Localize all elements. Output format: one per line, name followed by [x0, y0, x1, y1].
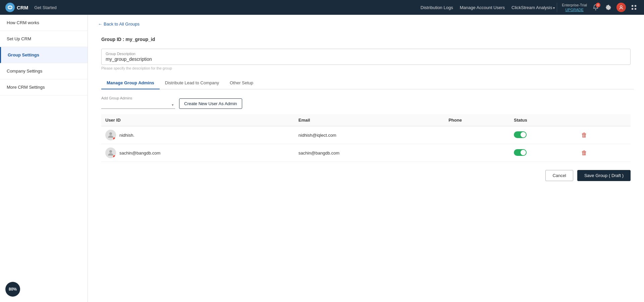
status-dot-0: [113, 137, 116, 140]
col-user-id: User ID: [101, 114, 294, 126]
col-email: Email: [294, 114, 444, 126]
cell-phone-1: [444, 144, 510, 162]
description-input[interactable]: [106, 56, 626, 62]
cell-phone-0: [444, 126, 510, 144]
topnav-icons: 0: [591, 3, 639, 12]
toggle-status-1[interactable]: [514, 149, 527, 156]
svg-point-8: [109, 132, 112, 135]
clickstream-analysis-link[interactable]: ClickStream Analysis: [512, 5, 555, 10]
cell-status-1: [510, 144, 575, 162]
cell-user-id-1: sachin@bangdb.com: [101, 144, 294, 162]
sidebar-item-group-settings[interactable]: Group Settings: [0, 47, 88, 63]
svg-rect-5: [635, 5, 636, 7]
description-hint: Please specify the description for the g…: [101, 66, 634, 70]
create-admin-button[interactable]: Create New User As Admin: [179, 98, 242, 109]
toggle-knob-1: [521, 150, 526, 155]
cell-delete-0: 🗑: [575, 126, 631, 144]
toggle-status-0[interactable]: [514, 131, 527, 138]
distribution-logs-link[interactable]: Distribution Logs: [421, 5, 453, 10]
group-id-value: my_group_id: [125, 37, 155, 42]
group-id-row: Group ID : my_group_id: [101, 37, 634, 42]
description-field-group: Group Description: [101, 49, 631, 65]
svg-point-3: [620, 6, 622, 8]
logo[interactable]: CRM: [5, 3, 28, 12]
manage-account-users-link[interactable]: Manage Account Users: [460, 5, 505, 10]
user-avatar-0: [105, 130, 116, 140]
actions-row: Cancel Save Group ( Draft ): [98, 170, 631, 181]
back-arrow-icon: ←: [98, 21, 102, 27]
col-actions: [575, 114, 631, 126]
svg-point-9: [109, 150, 112, 153]
user-avatar[interactable]: [616, 3, 626, 12]
admins-table: User ID Email Phone Status nidhish.: [101, 114, 631, 162]
add-admins-select[interactable]: [101, 101, 175, 109]
upgrade-link[interactable]: UPGRADE: [565, 8, 583, 12]
cell-email-0: nidhish@iqlect.com: [294, 126, 444, 144]
table-header: User ID Email Phone Status: [101, 114, 631, 126]
cell-status-0: [510, 126, 575, 144]
description-label: Group Description: [106, 52, 626, 56]
delete-btn-1[interactable]: 🗑: [579, 149, 589, 157]
tab-manage-group-admins[interactable]: Manage Group Admins: [101, 77, 160, 89]
col-status: Status: [510, 114, 575, 126]
toggle-knob-0: [521, 132, 526, 137]
svg-rect-6: [632, 8, 633, 10]
user-avatar-1: [105, 147, 116, 158]
trial-info: Enterprise-Trial UPGRADE: [557, 3, 587, 12]
sidebar: How CRM works Set Up CRM Group Settings …: [0, 15, 88, 302]
get-started-link[interactable]: Get Started: [34, 5, 56, 10]
cell-email-1: sachin@bangdb.com: [294, 144, 444, 162]
add-admins-label: Add Group Admins: [101, 96, 175, 100]
svg-rect-4: [632, 5, 633, 7]
settings-icon-btn[interactable]: [604, 3, 613, 12]
back-link[interactable]: ← Back to All Groups: [98, 21, 140, 27]
table-body: nidhish. nidhish@iqlect.com 🗑: [101, 126, 631, 162]
progress-indicator[interactable]: 80%: [5, 282, 20, 297]
notification-badge: 0: [596, 3, 600, 7]
status-dot-1: [113, 155, 116, 158]
add-admins-select-wrap: Add Group Admins ▾: [101, 96, 175, 109]
tab-distribute-lead[interactable]: Distribute Lead to Company: [160, 77, 224, 89]
sidebar-item-more-crm-settings[interactable]: More CRM Settings: [0, 79, 88, 95]
save-button[interactable]: Save Group ( Draft ): [577, 170, 631, 181]
delete-btn-0[interactable]: 🗑: [579, 131, 589, 139]
tabs-container: Manage Group Admins Distribute Lead to C…: [101, 77, 634, 89]
table-row: sachin@bangdb.com sachin@bangdb.com 🗑: [101, 144, 631, 162]
top-navigation: CRM Get Started Distribution Logs Manage…: [0, 0, 644, 15]
sidebar-item-set-up-crm[interactable]: Set Up CRM: [0, 31, 88, 47]
svg-rect-7: [635, 8, 636, 10]
add-admins-select-wrapper: ▾: [101, 101, 175, 109]
nav-links: Distribution Logs Manage Account Users C…: [421, 5, 555, 10]
add-admins-row: Add Group Admins ▾ Create New User As Ad…: [101, 96, 634, 109]
cell-delete-1: 🗑: [575, 144, 631, 162]
cell-user-id-0: nidhish.: [101, 126, 294, 144]
notification-icon-btn[interactable]: 0: [591, 3, 600, 12]
apps-icon-btn[interactable]: [629, 3, 639, 12]
sidebar-item-company-settings[interactable]: Company Settings: [0, 63, 88, 79]
table-row: nidhish. nidhish@iqlect.com 🗑: [101, 126, 631, 144]
sidebar-item-how-crm-works[interactable]: How CRM works: [0, 15, 88, 31]
col-phone: Phone: [444, 114, 510, 126]
svg-point-2: [595, 9, 596, 10]
tab-other-setup[interactable]: Other Setup: [224, 77, 259, 89]
cancel-button[interactable]: Cancel: [545, 170, 573, 181]
main-content: ← Back to All Groups Group ID : my_group…: [88, 15, 644, 302]
logo-icon: [5, 3, 15, 12]
